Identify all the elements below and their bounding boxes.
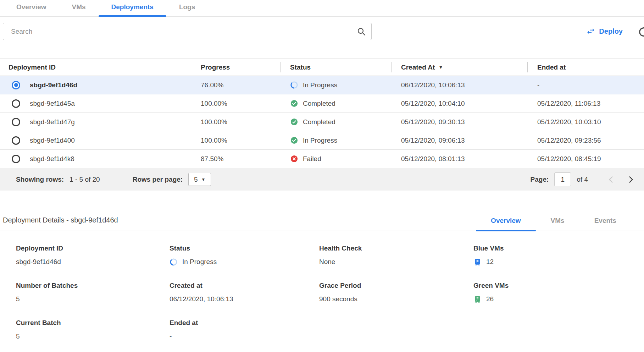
search-icon	[357, 27, 366, 36]
field-label: Ended at	[170, 319, 319, 327]
completed-check-icon	[290, 118, 298, 126]
created-at-label: Created At	[401, 64, 435, 71]
col-header-status[interactable]: Status	[280, 59, 391, 76]
table-row[interactable]: sbgd-9ef1d47g 100.00% Completed 05/12/20…	[0, 113, 644, 131]
ended-at-value: 05/12/2020, 09:23:56	[527, 131, 644, 150]
swap-arrows-icon	[586, 27, 595, 36]
field-deployment-id: Deployment ID sbgd-9ef1d46d	[16, 244, 170, 266]
ended-at-value: -	[527, 76, 644, 94]
tab-overview[interactable]: Overview	[4, 0, 59, 16]
progress-value: 87.50%	[191, 150, 280, 168]
field-label: Status	[170, 244, 319, 252]
tab-deployments[interactable]: Deployments	[99, 0, 166, 16]
completed-check-icon	[290, 99, 298, 108]
row-radio[interactable]	[12, 118, 20, 126]
ended-at-value: 05/12/2020, 08:45:19	[527, 150, 644, 168]
page-number-input[interactable]	[554, 172, 571, 186]
green-vm-server-icon	[473, 295, 482, 303]
created-at-value: 05/12/2020, 10:04:10	[391, 94, 527, 113]
status-label: In Progress	[303, 81, 337, 89]
field-label: Number of Batches	[16, 282, 170, 290]
col-header-progress[interactable]: Progress	[191, 59, 280, 76]
created-at-value: 05/12/2020, 09:30:13	[391, 113, 527, 131]
deployment-id: sbgd-9ef1d45a	[30, 100, 75, 108]
search-input[interactable]	[3, 23, 372, 40]
deployment-details-title: Deployment Details - sbgd-9ef1d46d	[3, 216, 476, 231]
table-row[interactable]: sbgd-9ef1d45a 100.00% Completed 05/12/20…	[0, 94, 644, 113]
deployment-id: sbgd-9ef1d4k8	[30, 155, 74, 163]
col-header-created-at[interactable]: Created At▼	[391, 59, 527, 76]
status-label: In Progress	[303, 137, 337, 144]
row-radio[interactable]	[12, 99, 20, 108]
deployment-details-header: Deployment Details - sbgd-9ef1d46d Overv…	[0, 213, 644, 231]
status-label: Completed	[303, 100, 335, 108]
deploy-button[interactable]: Deploy	[586, 27, 623, 36]
row-radio-selected[interactable]	[12, 81, 20, 89]
table-row[interactable]: sbgd-9ef1d46d 76.00% In Progress 06/12/2…	[0, 76, 644, 94]
deployment-id: sbgd-9ef1d400	[30, 137, 75, 144]
next-page-icon[interactable]	[626, 175, 635, 184]
field-label: Health Check	[319, 244, 473, 252]
field-value: 900 seconds	[319, 295, 357, 303]
deployments-table: Deployment ID Progress Status Created At…	[0, 59, 644, 168]
page-total: of 4	[577, 176, 588, 183]
row-radio[interactable]	[12, 136, 20, 145]
table-row[interactable]: sbgd-9ef1d400 100.00% In Progress 05/12/…	[0, 131, 644, 150]
deployments-toolbar: Deploy	[0, 17, 644, 59]
completed-check-icon	[290, 136, 298, 144]
blue-vm-server-icon	[473, 258, 482, 266]
deployment-id: sbgd-9ef1d47g	[30, 118, 75, 126]
main-tabbar: Overview VMs Deployments Logs	[0, 0, 644, 17]
field-grace-period: Grace Period 900 seconds	[319, 282, 473, 303]
field-value: In Progress	[182, 258, 217, 266]
deploy-label: Deploy	[599, 27, 623, 35]
sort-desc-icon: ▼	[438, 65, 443, 70]
field-value: 5	[16, 332, 20, 340]
showing-rows-value: 1 - 5 of 20	[70, 176, 100, 183]
field-number-of-batches: Number of Batches 5	[16, 282, 170, 303]
field-value: 12	[486, 258, 494, 266]
page-label: Page:	[531, 176, 549, 183]
field-label: Current Batch	[16, 319, 170, 327]
progress-value: 100.00%	[191, 131, 280, 150]
details-tab-events[interactable]: Events	[579, 213, 631, 231]
field-value: sbgd-9ef1d46d	[16, 258, 61, 266]
in-progress-spinner-icon	[170, 258, 178, 266]
created-at-value: 06/12/2020, 10:06:13	[391, 76, 527, 94]
field-value: 5	[16, 295, 20, 303]
field-status: Status In Progress	[170, 244, 319, 266]
failed-x-icon	[290, 155, 298, 163]
chevron-down-icon: ▼	[201, 177, 206, 182]
created-at-value: 05/12/2020, 08:01:13	[391, 150, 527, 168]
refresh-icon[interactable]	[638, 26, 644, 38]
progress-value: 100.00%	[191, 113, 280, 131]
previous-page-icon[interactable]	[606, 175, 616, 184]
rows-per-page-select[interactable]: 5 ▼	[188, 173, 211, 186]
field-value: None	[319, 258, 335, 266]
row-radio[interactable]	[12, 155, 20, 163]
field-blue-vms: Blue VMs 12	[473, 244, 644, 266]
field-green-vms: Green VMs 26	[473, 282, 644, 303]
field-value: -	[170, 332, 172, 340]
rows-per-page-value: 5	[194, 176, 198, 183]
details-tab-vms[interactable]: VMs	[536, 213, 579, 231]
col-header-ended-at[interactable]: Ended at	[527, 59, 644, 76]
field-health-check: Health Check None	[319, 244, 473, 266]
ended-at-value: 05/12/2020, 10:03:10	[527, 113, 644, 131]
field-label: Blue VMs	[473, 244, 644, 252]
rows-per-page-label: Rows per page:	[133, 176, 183, 183]
field-label: Deployment ID	[16, 244, 170, 252]
in-progress-spinner-icon	[290, 81, 298, 89]
field-ended-at: Ended at -	[170, 319, 319, 341]
details-tab-overview[interactable]: Overview	[476, 213, 536, 231]
field-created-at: Created at 06/12/2020, 10:06:13	[170, 282, 319, 303]
field-value: 26	[486, 295, 494, 303]
deployment-id: sbgd-9ef1d46d	[30, 81, 77, 89]
table-row[interactable]: sbgd-9ef1d4k8 87.50% Failed 05/12/2020, …	[0, 150, 644, 168]
col-header-deployment-id[interactable]: Deployment ID	[0, 59, 191, 76]
tab-vms[interactable]: VMs	[59, 0, 99, 16]
deployment-details-grid: Deployment ID sbgd-9ef1d46d Status In Pr…	[16, 244, 644, 341]
status-label: Failed	[303, 155, 321, 163]
created-at-value: 05/12/2020, 09:06:13	[391, 131, 527, 150]
tab-logs[interactable]: Logs	[166, 0, 208, 16]
